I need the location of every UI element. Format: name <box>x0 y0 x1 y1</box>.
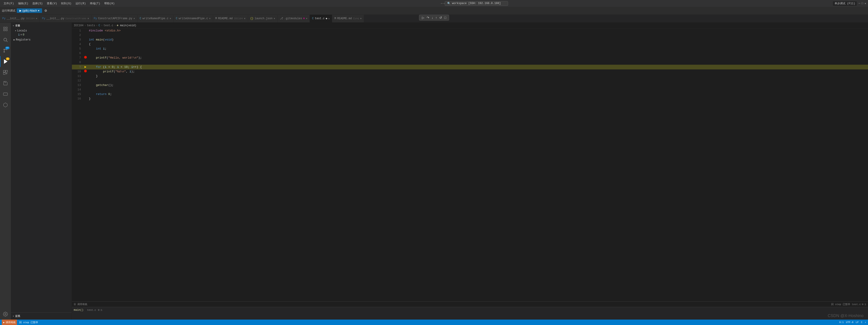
line-content-10[interactable]: printf("%d\n", i); <box>88 69 868 74</box>
line-content-11[interactable]: } <box>88 74 868 79</box>
line-content-3[interactable]: int main(void) <box>88 37 868 42</box>
menu-view[interactable]: 查看(V) <box>45 1 59 6</box>
tab-writenamedpipe[interactable]: C writeNamedPipe.c ✕ <box>137 15 174 22</box>
tab-test-c[interactable]: C test.c ✕ <box>310 15 332 22</box>
svg-line-5 <box>6 41 7 42</box>
menu-edit[interactable]: 编辑(E) <box>16 1 30 6</box>
tab-close-icon4[interactable]: ✕ <box>169 17 171 20</box>
activity-settings[interactable] <box>0 309 11 320</box>
menu-terminal[interactable]: 终端(T) <box>88 1 102 6</box>
window-close-icon[interactable]: ✕ <box>865 2 866 5</box>
tab-close-icon6[interactable]: ✕ <box>244 17 246 20</box>
tab-close-icon9[interactable]: ✕ <box>328 17 330 20</box>
tab-close-icon5[interactable]: ✕ <box>209 17 211 20</box>
line-content-1[interactable]: #include <stdio.h> <box>88 29 868 33</box>
debug-step-into-btn[interactable]: ↓ <box>431 16 434 20</box>
tab-close-icon3[interactable]: ✕ <box>133 17 135 20</box>
search-bar[interactable]: 🔍 workspace [SSH: 192.168.0.188] <box>445 1 508 6</box>
callstack-item-main[interactable]: main() test.c 9:1 <box>74 308 866 312</box>
code-editor[interactable]: 1 #include <stdio.h> 2 3 int ma <box>72 29 868 301</box>
window-minimize-icon[interactable]: ─ <box>859 2 860 5</box>
line-content-9[interactable]: for (i = 0; i < 10; i++) { <box>88 65 868 69</box>
line-num-8: 8 <box>72 60 83 65</box>
line-content-14[interactable] <box>88 88 868 92</box>
watch-header[interactable]: ▾ 监视 <box>13 314 70 318</box>
line-ending-label[interactable]: LF <box>856 321 859 324</box>
tab-close-icon2[interactable]: ✕ <box>88 17 89 20</box>
activity-explorer[interactable] <box>0 24 11 34</box>
menu-file[interactable]: 文件(F) <box>2 1 16 6</box>
tab-readme-iec104[interactable]: M README.md IEC104 ✕ <box>213 15 248 22</box>
breadcrumb-tests[interactable]: tests <box>87 24 95 27</box>
debug-continue-btn[interactable]: ▷ <box>421 16 425 20</box>
line-content-15[interactable]: return 0; <box>88 92 868 96</box>
settings-icon[interactable]: ⚙ <box>43 8 48 13</box>
tab-close-icon8[interactable]: ✕ <box>306 17 308 20</box>
nav-back-icon[interactable]: ← <box>441 2 443 5</box>
tab-gitmodules[interactable]: ⎇ .gitmodules M ✕ <box>278 15 310 22</box>
line-content-7[interactable]: printf("Hello, world!\n"); <box>88 56 868 60</box>
menu-bar: 文件(F) 编辑(E) 选择(S) 查看(V) 转到(G) 运行(R) 终端(T… <box>2 1 117 6</box>
activity-packages[interactable] <box>0 99 11 110</box>
menu-help[interactable]: 帮助(H) <box>102 1 117 6</box>
tab-init-constructframe[interactable]: Py __init__.py ConstructFrame ✕ <box>40 15 92 22</box>
breadcrumb-main[interactable]: ⊛ main(void) <box>117 24 136 27</box>
language-label[interactable]: C <box>861 321 863 324</box>
registers-header[interactable]: ▶ Registers <box>13 38 70 42</box>
step-status: 回 step 已暂停 <box>831 303 850 306</box>
menu-select[interactable]: 选择(S) <box>31 1 44 6</box>
debug-step-out-btn[interactable]: ↑ <box>435 16 438 20</box>
nav-forward-icon[interactable]: → <box>443 2 445 5</box>
activity-source-control[interactable]: 37 <box>0 45 11 56</box>
activity-search[interactable] <box>0 34 11 45</box>
status-bar: ▶ 调用堆栈 回 step 已暂停 9:1 UTF-8 LF C ⚡ <box>0 320 868 325</box>
breakpoint-10[interactable] <box>84 70 87 72</box>
activity-extensions[interactable] <box>0 67 11 78</box>
cursor-position[interactable]: 9:1 <box>839 321 844 324</box>
debug-stop-btn[interactable]: □ <box>443 16 447 20</box>
table-row: 9 ▶ for (i = 0; i < 10; i++) { <box>72 65 868 69</box>
debug-step-over-btn[interactable]: ↷ <box>426 16 430 20</box>
line-content-2[interactable] <box>88 33 868 37</box>
debug-status-btn[interactable]: ▶ 调用堆栈 <box>2 320 17 325</box>
menu-goto[interactable]: 转到(G) <box>59 1 73 6</box>
line-content-5[interactable]: int i; <box>88 47 868 51</box>
table-row: 14 <box>72 88 868 92</box>
svg-point-4 <box>4 38 7 41</box>
line-content-12[interactable] <box>88 79 868 83</box>
breadcrumb-c[interactable]: C <box>99 24 100 27</box>
activity-debug[interactable]: 1 <box>0 56 11 67</box>
tab-close-icon7[interactable]: ✕ <box>274 17 275 20</box>
line-gutter-14 <box>83 88 88 92</box>
tab-init-iec104[interactable]: Py __init__.py IEC104 ✕ <box>0 15 40 22</box>
breadcrumb: IEC104 › tests › C › test.c › ⊛ main(voi… <box>72 23 868 29</box>
kw-int: int <box>89 38 94 41</box>
menu-run[interactable]: 运行(R) <box>74 1 88 6</box>
window-maximize-icon[interactable]: □ <box>862 2 863 5</box>
status-bar-left: ▶ 调用堆栈 回 step 已暂停 <box>2 320 38 325</box>
tab-readme-zynq[interactable]: M README.md Zynq ✕ <box>332 15 364 22</box>
tab-close-icon10[interactable]: ✕ <box>360 17 362 20</box>
locals-header[interactable]: ▾ Locals <box>13 29 72 33</box>
tab-close-icon[interactable]: ✕ <box>36 17 37 20</box>
tab-writeunnamedpipe[interactable]: C writeUnnamedPipe.c ✕ <box>174 15 213 22</box>
feedback-icon[interactable]: ⚡ <box>865 321 866 324</box>
tab-launch-json[interactable]: {} launch.json ✕ <box>248 15 278 22</box>
variables-section-header[interactable]: ▾ 变量 <box>11 23 72 29</box>
encoding-label[interactable]: UTF-8 <box>846 321 854 324</box>
line-content-16[interactable]: } <box>88 96 868 101</box>
breadcrumb-testc[interactable]: test.c <box>103 24 113 27</box>
line-content-8[interactable] <box>88 60 868 65</box>
line-content-4[interactable]: { <box>88 42 868 47</box>
title-bar-right: 单步调试 (F11) ─ □ ✕ <box>833 1 866 6</box>
line-content-6[interactable] <box>88 51 868 56</box>
debug-restart-btn[interactable]: ↺ <box>438 16 443 20</box>
attach-button[interactable]: ▶ (gdb) Attach ▾ <box>17 8 42 13</box>
status-bar-right: 9:1 UTF-8 LF C ⚡ <box>839 321 866 324</box>
breakpoint-7[interactable] <box>84 56 87 59</box>
breadcrumb-iec104[interactable]: IEC104 <box>74 24 84 27</box>
line-content-13[interactable]: getchar(); <box>88 83 868 88</box>
activity-remote[interactable] <box>0 89 11 99</box>
tab-constructapciframe[interactable]: Py ConstructAPCIFrame.py ✕ <box>92 15 137 22</box>
activity-test[interactable] <box>0 78 11 89</box>
